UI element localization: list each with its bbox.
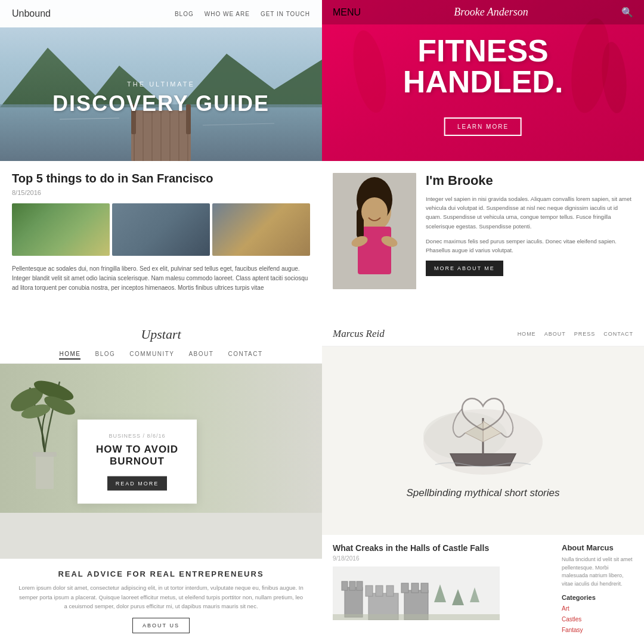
nav-press[interactable]: PRESS	[574, 331, 596, 337]
card-title: HOW TO AVOIDBURNOUT	[92, 443, 182, 467]
brooke-logo: Brooke Anderson	[454, 6, 528, 18]
about-title: About Marcus	[562, 543, 633, 552]
upstart-logo: Upstart	[0, 322, 322, 347]
svg-rect-45	[366, 586, 373, 596]
castle-image	[333, 566, 553, 620]
post-title: What Creaks in the Halls of Castle Falls	[333, 543, 553, 553]
about-us-btn[interactable]: ABOUT US	[132, 618, 190, 633]
brooke-para1: Integer vel sapien in nisi gravida sodal…	[426, 194, 633, 231]
nav-about[interactable]: ABOUT	[188, 351, 213, 360]
nav-contact[interactable]: CONTACT	[228, 351, 262, 360]
fitness-hero: MENU Brooke Anderson 🔍 FITNESS HANDLED. …	[322, 0, 644, 161]
nav-about[interactable]: ABOUT	[544, 331, 566, 337]
unbound-section: Unbound BLOG WHO WE ARE GET IN TOUCH	[0, 0, 322, 322]
brooke-para2: Donec maximus felis sed purus semper iac…	[426, 237, 633, 255]
upstart-section: Upstart HOME BLOG COMMUNITY ABOUT CONTAC…	[0, 322, 322, 644]
svg-rect-31	[33, 452, 57, 457]
svg-rect-46	[376, 586, 383, 596]
unbound-nav: Unbound BLOG WHO WE ARE GET IN TOUCH	[0, 0, 322, 27]
cat-art[interactable]: Art	[562, 603, 633, 614]
unbound-post: Top 5 things to do in San Francisco 8/15…	[0, 161, 322, 322]
nav-blog[interactable]: BLOG	[95, 351, 115, 360]
search-icon[interactable]: 🔍	[621, 7, 633, 18]
ship-illustration	[417, 382, 549, 484]
nav-contact[interactable]: CONTACT	[603, 331, 633, 337]
marcus-logo: Marcus Reid	[333, 328, 385, 340]
upstart-bottom: REAL ADVICE FOR REAL ENTREPRENEURS Lorem…	[0, 559, 322, 644]
categories-title: Categories	[562, 594, 633, 601]
nav-blog[interactable]: BLOG	[175, 11, 194, 17]
post-date: 8/15/2016	[12, 189, 310, 196]
nav-who-we-are[interactable]: WHO WE ARE	[205, 11, 250, 17]
fitness-headline: FITNESS HANDLED. LEARN MORE	[403, 35, 564, 136]
more-about-me-btn[interactable]: MORE ABOUT ME	[426, 261, 503, 276]
learn-more-btn[interactable]: LEARN MORE	[444, 117, 522, 136]
upstart-tagline: REAL ADVICE FOR REAL ENTREPRENEURS	[18, 569, 304, 578]
fitness-line1: FITNESS HANDLED.	[403, 35, 564, 97]
svg-rect-52	[333, 614, 500, 620]
brooke-nav: MENU Brooke Anderson 🔍	[322, 0, 644, 24]
upstart-card: BUSINESS / 8/6/16 HOW TO AVOIDBURNOUT RE…	[78, 419, 197, 503]
brooke-photo	[333, 173, 416, 289]
svg-rect-41	[342, 581, 348, 590]
svg-rect-50	[411, 583, 419, 593]
svg-rect-47	[386, 586, 394, 596]
svg-rect-40	[345, 587, 363, 617]
post-img-3	[212, 203, 310, 256]
unbound-logo: Unbound	[12, 8, 51, 19]
nav-get-in-touch[interactable]: GET IN TOUCH	[261, 11, 310, 17]
svg-point-26	[361, 197, 388, 226]
marcus-aside: About Marcus Nulla tincidunt id velit si…	[562, 543, 633, 636]
hero-tagline: Spellbinding mythical short stories	[406, 487, 559, 499]
unbound-nav-links: BLOG WHO WE ARE GET IN TOUCH	[175, 11, 310, 17]
svg-rect-43	[357, 581, 363, 590]
upstart-nav: HOME BLOG COMMUNITY ABOUT CONTACT	[0, 347, 322, 364]
cat-castles[interactable]: Castles	[562, 614, 633, 625]
post-date: 9/18/2016	[333, 555, 553, 562]
marcus-section: Marcus Reid HOME ABOUT PRESS CONTACT	[322, 322, 644, 644]
marcus-content: What Creaks in the Halls of Castle Falls…	[322, 535, 644, 644]
brooke-bio-text: I'm Brooke Integer vel sapien in nisi gr…	[426, 173, 633, 276]
nav-home[interactable]: HOME	[59, 351, 80, 360]
svg-rect-42	[349, 581, 355, 590]
castle-svg	[333, 566, 500, 620]
menu-label[interactable]: MENU	[333, 7, 361, 18]
post-body: Pellentesque ac sodales dui, non fringil…	[12, 264, 310, 293]
marcus-post: What Creaks in the Halls of Castle Falls…	[333, 543, 553, 636]
post-images	[12, 203, 310, 256]
nav-community[interactable]: COMMUNITY	[129, 351, 174, 360]
svg-rect-30	[36, 453, 54, 489]
brooke-bio: I'm Brooke Integer vel sapien in nisi gr…	[322, 161, 644, 322]
brooke-name: I'm Brooke	[426, 173, 633, 188]
upstart-hero: BUSINESS / 8/6/16 HOW TO AVOIDBURNOUT RE…	[0, 364, 322, 559]
marcus-nav-links: HOME ABOUT PRESS CONTACT	[518, 331, 633, 337]
hero-title: DISCOVERY GUIDE	[52, 91, 270, 116]
cat-fantasy[interactable]: Fantasy	[562, 625, 633, 636]
upstart-desc: Lorem ipsum dolor sit amet, consectetur …	[18, 583, 304, 611]
marcus-hero: Spellbinding mythical short stories	[322, 346, 644, 535]
post-img-2	[112, 203, 210, 256]
post-title: Top 5 things to do in San Francisco	[12, 172, 310, 185]
nav-home[interactable]: HOME	[518, 331, 536, 337]
post-img-1	[12, 203, 110, 256]
card-tag: BUSINESS / 8/6/16	[92, 432, 182, 438]
svg-rect-51	[421, 583, 428, 593]
hero-subtitle: THE ULTIMATE	[52, 80, 270, 88]
brooke-section: MENU Brooke Anderson 🔍 FITNESS HANDLED. …	[322, 0, 644, 322]
about-text: Nulla tincidunt id velit sit amet pellen…	[562, 556, 633, 588]
svg-rect-49	[401, 583, 408, 593]
marcus-nav: Marcus Reid HOME ABOUT PRESS CONTACT	[322, 322, 644, 346]
brooke-portrait-svg	[333, 173, 416, 289]
read-more-btn[interactable]: READ MORE	[107, 476, 168, 490]
